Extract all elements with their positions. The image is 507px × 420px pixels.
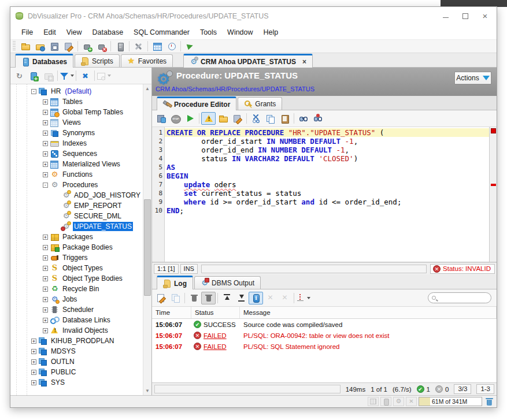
tree-item-recycle-bin[interactable]: +♻Recycle Bin	[10, 284, 143, 294]
scroll-up-icon[interactable]: ▲	[143, 84, 151, 93]
tree-item-views[interactable]: +Views	[10, 117, 143, 128]
pointer-button[interactable]	[183, 40, 197, 53]
save-as-button[interactable]	[61, 40, 76, 53]
expand-toggle[interactable]: +	[43, 110, 48, 115]
tab-dbms-output[interactable]: ⚙ DBMS Output	[194, 276, 261, 289]
grid-status-button[interactable]	[368, 397, 379, 406]
filter-button[interactable]	[60, 69, 74, 82]
save-proc-button[interactable]	[154, 112, 168, 125]
expand-toggle[interactable]: +	[43, 162, 48, 167]
log-row[interactable]: 15:06:07 ✕FAILED PL/SQL: SQL Statement i…	[152, 341, 497, 352]
error-marker[interactable]	[491, 184, 496, 186]
expand-toggle[interactable]: +	[31, 359, 36, 365]
tree-item-public[interactable]: +PUBLIC	[10, 367, 143, 377]
menu-help[interactable]: Help	[258, 27, 284, 38]
tree-item-object-types[interactable]: +SObject Types	[10, 263, 143, 273]
tree-item-indexes[interactable]: +Indexes	[10, 138, 143, 148]
scrollbar-thumb[interactable]	[144, 199, 151, 296]
tree-item-synonyms[interactable]: +Synonyms	[10, 128, 143, 138]
expand-toggle[interactable]: +	[31, 349, 36, 354]
tab-databases[interactable]: Databases	[15, 54, 73, 68]
tree-item-functions[interactable]: +⚙Functions	[10, 169, 143, 180]
tools-button[interactable]	[131, 40, 146, 53]
title-bar[interactable]: DbVisualizer Pro - CRM Ahoa/Schemas/HR/P…	[10, 7, 497, 25]
tree-item-invalid-objects[interactable]: +Invalid Objects	[10, 325, 143, 336]
expand-toggle[interactable]: +	[43, 287, 48, 292]
error-marker[interactable]	[491, 128, 496, 133]
code-line-6[interactable]: 6 BEGIN	[152, 172, 489, 180]
preview-button[interactable]	[97, 69, 111, 82]
tab-grants[interactable]: Grants	[238, 97, 282, 110]
tree-item-outln[interactable]: +OUTLN	[10, 356, 143, 367]
sql-editor[interactable]: 1 CREATE OR REPLACE PROCEDURE "HR"."UPDA…	[152, 127, 497, 262]
tree-item-database-links[interactable]: +Database Links	[10, 315, 143, 325]
execute-button[interactable]	[183, 112, 197, 125]
expand-toggle[interactable]: +	[43, 318, 48, 323]
collapse-toggle[interactable]: -	[43, 183, 48, 188]
tree-item-package-bodies[interactable]: +Package Bodies	[10, 242, 143, 252]
menu-edit[interactable]: Edit	[38, 27, 61, 38]
tree-item-mdsys[interactable]: +MDSYS	[10, 346, 143, 356]
trash-button[interactable]	[187, 292, 201, 304]
expand-toggle[interactable]: +	[43, 307, 48, 313]
scroll-bottom-button[interactable]	[234, 292, 249, 304]
tree-item-object-type-bodies[interactable]: +SObject Type Bodies	[10, 273, 143, 284]
menu-view[interactable]: View	[61, 27, 87, 38]
tab-scripts[interactable]: Scripts	[75, 54, 120, 67]
refresh-button[interactable]: ↻	[12, 69, 27, 82]
tree-item-global-temp-tables[interactable]: +Global Temp Tables	[10, 107, 143, 117]
toolbar-grip[interactable]	[13, 41, 16, 51]
log-search-box[interactable]	[428, 292, 491, 303]
add-folder-button[interactable]	[41, 69, 55, 82]
tree-item-update-status[interactable]: ⚙UPDATE_STATUS	[10, 221, 143, 232]
gear-status-button[interactable]: ⚙	[393, 397, 404, 406]
columns-button[interactable]	[296, 292, 310, 304]
expand-toggle[interactable]: +	[43, 172, 48, 177]
scroll-down-icon[interactable]: ▼	[143, 386, 151, 395]
expand-toggle[interactable]: +	[43, 328, 48, 333]
tree-item-sequences[interactable]: +Sequences	[10, 148, 143, 159]
tree-item-procedures[interactable]: -⚙Procedures	[10, 180, 143, 190]
close-button[interactable]: ×	[482, 13, 489, 20]
actions-button[interactable]: Actions	[454, 72, 491, 84]
connect-button[interactable]	[80, 40, 94, 53]
tab-procedure-editor[interactable]: Procedure Editor	[157, 96, 236, 110]
error-stripe[interactable]	[489, 127, 497, 262]
expand-toggle[interactable]: +	[43, 151, 48, 157]
tree-item-hr[interactable]: -HR(Default)	[10, 86, 143, 96]
expand-toggle[interactable]: +	[43, 276, 48, 281]
disconnect-button[interactable]	[94, 40, 109, 53]
fit-expand-button[interactable]: ✕	[263, 292, 277, 304]
cancel-status-button[interactable]: ✕	[406, 397, 417, 406]
export-button[interactable]	[154, 292, 168, 304]
menu-window[interactable]: Window	[222, 27, 258, 38]
trash-button[interactable]	[201, 292, 216, 304]
expand-toggle[interactable]: +	[43, 120, 48, 125]
maximize-button[interactable]	[462, 13, 469, 20]
menu-file[interactable]: File	[16, 27, 38, 38]
tab-object-crm-ahoa-update-status[interactable]: ⚙ CRM Ahoa UPDATE_STATUS ×	[183, 54, 313, 68]
find-replace-button[interactable]	[310, 112, 325, 125]
code-line-7[interactable]: 7 update oders	[152, 180, 489, 189]
collapse-toggle[interactable]: -	[31, 89, 36, 94]
garbage-collect-icon[interactable]	[486, 397, 494, 406]
close-tab-icon[interactable]: ×	[302, 58, 306, 66]
tree-item-add-job-history[interactable]: ⚙ADD_JOB_HISTORY	[10, 190, 143, 200]
paste-button[interactable]	[277, 112, 292, 125]
code-line-1[interactable]: 1 CREATE OR REPLACE PROCEDURE "HR"."UPDA…	[152, 128, 489, 137]
code-line-10[interactable]: 10 END;	[152, 206, 489, 215]
tree-item-secure-dml[interactable]: ⚙SECURE_DML	[10, 211, 143, 221]
code-line-5[interactable]: 5 AS	[152, 163, 489, 172]
copy-button[interactable]	[263, 112, 277, 125]
expand-toggle[interactable]: +	[43, 245, 48, 250]
log-row[interactable]: 15:06:07 ✔SUCCESS Source code was compil…	[152, 319, 497, 330]
tab-favorites[interactable]: ★ Favorites	[121, 54, 173, 67]
expand-toggle[interactable]: +	[43, 99, 48, 105]
find-button[interactable]	[296, 112, 310, 125]
add-connection-button[interactable]	[27, 69, 41, 82]
stop-button[interactable]	[168, 112, 183, 125]
expand-toggle[interactable]: +	[31, 370, 36, 375]
expand-toggle[interactable]: +	[31, 339, 36, 344]
cut-button[interactable]	[249, 112, 263, 125]
server-button[interactable]	[113, 40, 127, 53]
